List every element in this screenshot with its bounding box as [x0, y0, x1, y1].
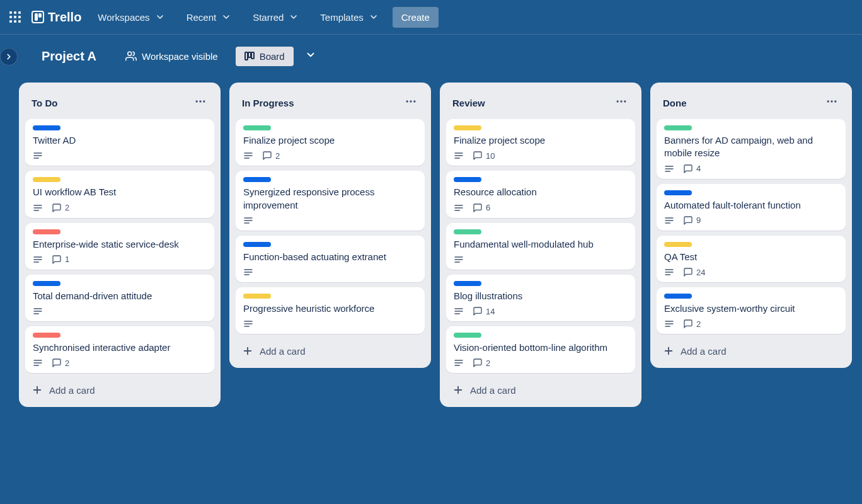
card[interactable]: Automated fault-tolerant function 9 [657, 184, 846, 231]
card-title: Resource allocation [454, 186, 628, 198]
card-label[interactable] [664, 294, 692, 299]
nav-starred[interactable]: Starred [245, 8, 306, 26]
comment-icon [473, 151, 483, 161]
comments-count: 2 [275, 151, 280, 161]
card-label[interactable] [243, 294, 271, 299]
svg-point-35 [413, 100, 415, 102]
nav-templates[interactable]: Templates [313, 8, 386, 26]
list-menu-button[interactable] [612, 93, 630, 113]
card-label[interactable] [243, 242, 271, 247]
description-icon [454, 255, 464, 265]
list-title[interactable]: Review [452, 98, 485, 108]
svg-point-51 [620, 100, 622, 102]
card-label[interactable] [454, 333, 481, 338]
card-label[interactable] [33, 333, 60, 338]
svg-rect-10 [245, 52, 248, 60]
card-title: Automated fault-tolerant function [664, 199, 838, 212]
comments-count: 10 [486, 151, 495, 161]
comment-icon [52, 358, 62, 368]
card-label[interactable] [243, 125, 271, 130]
list-menu-button[interactable] [192, 93, 209, 113]
description-icon [664, 164, 674, 174]
comments-count: 14 [486, 307, 495, 316]
description-badge [33, 203, 43, 213]
card[interactable]: Synchronised interactive adapter 2 [25, 326, 214, 373]
list-title[interactable]: In Progress [242, 98, 294, 108]
description-icon [664, 319, 674, 329]
app-switcher-button[interactable] [5, 7, 25, 27]
card[interactable]: QA Test 24 [657, 236, 846, 282]
comment-icon [683, 215, 693, 226]
card-label[interactable] [454, 125, 481, 130]
card-label[interactable] [454, 177, 481, 182]
card[interactable]: Exclusive system-worthy circuit 2 [657, 287, 846, 334]
comments-badge: 1 [52, 255, 69, 265]
card[interactable]: UI workflow AB Test 2 [25, 171, 214, 217]
description-icon [33, 151, 43, 161]
comment-icon [262, 151, 272, 161]
comments-badge: 2 [52, 203, 69, 213]
card-label[interactable] [33, 125, 60, 130]
card-label[interactable] [664, 242, 692, 247]
add-card-button[interactable]: Add a card [236, 340, 425, 362]
card-label[interactable] [664, 125, 692, 130]
card-title: Exclusive system-worthy circuit [664, 302, 838, 315]
card-title: Progressive heuristic workforce [243, 302, 417, 315]
svg-point-34 [410, 100, 411, 102]
card[interactable]: Function-based actuating extranet [236, 236, 425, 282]
create-button[interactable]: Create [393, 7, 439, 28]
nav-workspaces[interactable]: Workspaces [90, 8, 172, 26]
card-title: Function-based actuating extranet [243, 251, 417, 263]
card[interactable]: Enterprise-wide static service-desk 1 [25, 223, 214, 270]
list-menu-button[interactable] [823, 93, 841, 113]
list-title[interactable]: Done [663, 98, 687, 108]
card[interactable]: Progressive heuristic workforce [236, 287, 425, 334]
card[interactable]: Synergized responsive process improvemen… [236, 171, 425, 231]
card-label[interactable] [243, 177, 271, 182]
card[interactable]: Finalize project scope 2 [236, 119, 425, 166]
description-icon [243, 151, 253, 161]
view-switcher-dropdown[interactable] [301, 45, 320, 67]
card-badges [243, 215, 417, 226]
card-label[interactable] [454, 229, 481, 234]
card[interactable]: Finalize project scope 10 [446, 119, 635, 166]
sidebar-expand-button[interactable] [0, 48, 18, 66]
list-title[interactable]: To Do [32, 98, 57, 108]
svg-point-14 [199, 100, 201, 102]
nav-recent[interactable]: Recent [179, 8, 239, 26]
add-card-button[interactable]: Add a card [25, 379, 214, 401]
nav-label: Starred [253, 12, 284, 23]
description-icon [454, 151, 464, 161]
visibility-button[interactable]: Workspace visible [118, 46, 226, 66]
card[interactable]: Blog illustrations 14 [446, 275, 635, 321]
card[interactable]: Twitter AD [25, 119, 214, 166]
card-label[interactable] [33, 177, 60, 182]
comments-count: 2 [486, 358, 490, 368]
board-title[interactable]: Project A [34, 45, 104, 67]
card-badges: 2 [243, 151, 417, 161]
list: Review Finalize project scope 10 Resourc… [440, 83, 641, 407]
topbar: Trello Workspaces Recent Starred Templat… [0, 0, 862, 35]
description-badge [243, 267, 253, 277]
card-title: Blog illustrations [454, 290, 628, 302]
card-label[interactable] [664, 190, 692, 195]
svg-rect-2 [18, 11, 21, 14]
card[interactable]: Total demand-driven attitude [25, 275, 214, 321]
card[interactable]: Banners for AD campaign, web and mobile … [657, 119, 846, 179]
add-card-button[interactable]: Add a card [657, 340, 846, 362]
add-card-button[interactable]: Add a card [446, 379, 635, 401]
description-badge [454, 358, 464, 368]
card[interactable]: Vision-oriented bottom-line algorithm 2 [446, 326, 635, 373]
card-label[interactable] [33, 281, 60, 286]
board-view-button[interactable]: Board [236, 47, 294, 66]
svg-rect-5 [18, 16, 21, 18]
card-label[interactable] [454, 281, 481, 286]
chevron-down-icon [305, 49, 316, 60]
card[interactable]: Resource allocation 6 [446, 171, 635, 217]
card-label[interactable] [33, 229, 60, 234]
card[interactable]: Fundamental well-modulated hub [446, 223, 635, 270]
trello-logo[interactable]: Trello [28, 10, 88, 25]
visibility-label: Workspace visible [142, 51, 218, 62]
svg-point-13 [196, 100, 198, 102]
list-menu-button[interactable] [402, 93, 420, 113]
